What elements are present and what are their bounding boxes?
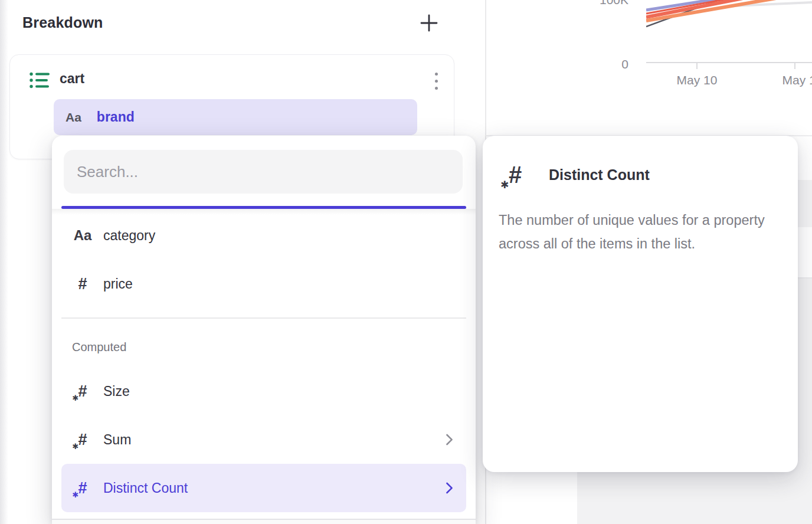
dropdown-item-label: Sum [103, 432, 131, 448]
add-breakdown-button[interactable] [417, 11, 441, 35]
text-property-icon: Aa [70, 227, 96, 244]
property-detail-tooltip: #✱ Distinct Count The number of unique v… [483, 136, 798, 472]
dropdown-item-label: Size [103, 384, 130, 399]
computed-number-icon: #✱ [78, 384, 87, 399]
dropdown-footer [52, 520, 476, 524]
dropdown-item-distinct-count[interactable]: #✱ Distinct Count [61, 464, 466, 512]
numeric-property-icon: # [70, 275, 96, 293]
dropdown-item-sum[interactable]: #✱ Sum [61, 415, 466, 464]
computed-marker-icon: ✱ [72, 443, 78, 450]
text-property-icon: Aa [66, 110, 81, 125]
chart-x-axis [646, 62, 812, 63]
tooltip-title: Distinct Count [549, 166, 650, 184]
selected-subproperty-brand[interactable]: Aa brand [54, 99, 417, 135]
line-chart [646, 0, 812, 35]
breakdown-section-header: Breakdown [0, 0, 485, 54]
chart-x-tick-mark [696, 63, 698, 69]
chart-y-tick-100k: 100K [584, 0, 628, 7]
analytics-app-screen: 100K 0 May 10 May 17 Breakdown [0, 0, 812, 524]
left-edge-shading [0, 0, 8, 524]
dropdown-item-size[interactable]: #✱ Size [61, 367, 466, 415]
tooltip-description: The number of unique values for a proper… [499, 209, 781, 256]
chart-x-tick-may17: May 17 [773, 73, 812, 87]
breakdown-property-name: cart [60, 71, 84, 87]
dropdown-item-label: price [103, 276, 133, 292]
kebab-icon [435, 80, 438, 83]
dropdown-item-price[interactable]: # price [61, 260, 466, 308]
chart-x-tick-may10: May 10 [667, 73, 726, 87]
computed-number-icon: #✱ [78, 480, 87, 496]
selected-subproperty-label: brand [97, 109, 135, 125]
plus-icon [419, 13, 439, 33]
chart-y-tick-0: 0 [584, 57, 628, 71]
computed-marker-icon: ✱ [72, 491, 78, 499]
dropdown-item-category[interactable]: Aa category [61, 211, 466, 260]
computed-marker-icon: ✱ [72, 394, 78, 402]
dropdown-section-divider [61, 317, 466, 319]
property-dropdown: Aa category # price Computed #✱ Size #✱ … [52, 136, 476, 524]
computed-number-icon: #✱ [509, 163, 522, 186]
chevron-right-icon [446, 482, 453, 494]
dropdown-item-label: category [103, 228, 155, 244]
computed-number-icon: #✱ [78, 432, 87, 448]
breakdown-title: Breakdown [22, 14, 103, 31]
kebab-icon [435, 73, 438, 76]
computed-section-label: Computed [72, 340, 126, 354]
chevron-right-icon [446, 433, 453, 446]
kebab-icon [435, 87, 438, 90]
card-menu-button[interactable] [425, 68, 447, 94]
chart-x-tick-mark [794, 63, 795, 69]
list-property-icon [30, 71, 50, 89]
dropdown-item-label: Distinct Count [103, 480, 188, 496]
search-input[interactable] [64, 150, 463, 194]
computed-marker-icon: ✱ [500, 180, 509, 190]
